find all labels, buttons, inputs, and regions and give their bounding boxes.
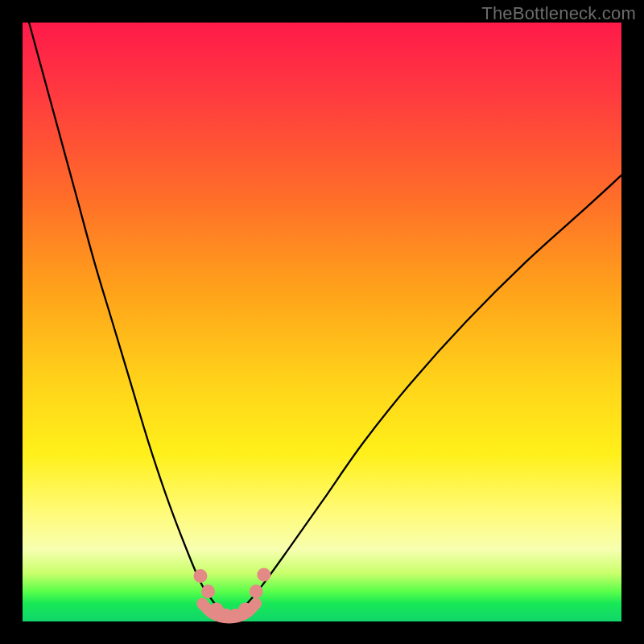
plot-area — [23, 23, 621, 621]
curve-right-branch — [238, 175, 621, 613]
pink-marker-valley-4 — [238, 603, 252, 617]
curve-left-branch — [23, 0, 226, 613]
pink-marker-right-lower — [250, 584, 263, 598]
curve-group — [23, 0, 621, 613]
pink-marker-left-upper — [193, 569, 207, 583]
pink-marker-right-upper — [257, 568, 270, 581]
curve-layer — [23, 23, 621, 621]
watermark-text: TheBottleneck.com — [481, 3, 636, 24]
pink-marker-left-lower — [201, 584, 215, 598]
marker-group — [193, 568, 270, 622]
outer-frame: TheBottleneck.com — [0, 0, 644, 644]
